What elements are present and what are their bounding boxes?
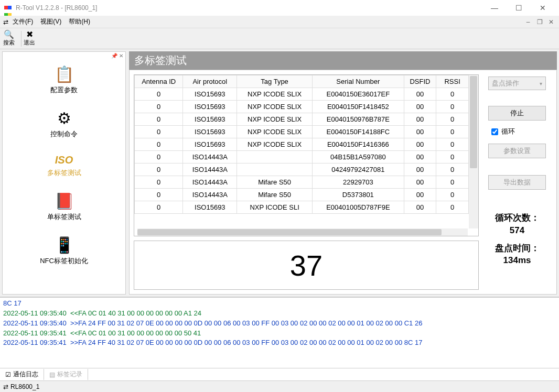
doc-icon: ⇄ <box>3 383 8 390</box>
sidebar-item-multitag[interactable]: ISO 多标签测试 <box>47 155 81 178</box>
log-tab-comm[interactable]: ☑通信日志 <box>0 369 44 380</box>
horizontal-scrollbar[interactable] <box>137 228 468 236</box>
tag-table: Antenna IDAir protocolTag TypeSerial Num… <box>134 75 469 214</box>
app-logo-icon <box>4 4 13 12</box>
toolbar-search[interactable]: 🔍 搜索 <box>3 30 15 47</box>
book-icon: 📕 <box>55 193 74 209</box>
gear-icon: ⚙ <box>57 111 71 126</box>
table-row[interactable]: 0ISO14443A04B15B1A597080000 <box>135 151 469 164</box>
table-header[interactable]: RSSI <box>436 75 469 88</box>
sidebar-item-config[interactable]: 📋 配置参数 <box>50 67 78 95</box>
menu-help[interactable]: 帮助(H) <box>69 17 90 26</box>
log-tab-tag[interactable]: ▤标签记录 <box>44 369 88 380</box>
status-bar: ⇄ RL8600_1 <box>0 380 559 392</box>
table-header[interactable]: Serial Number <box>313 75 404 88</box>
mdi-close-button[interactable]: ✕ <box>546 17 556 27</box>
log-content[interactable]: 8C 172022-05-11 09:35:40 <<FA 0C 01 40 3… <box>0 298 559 368</box>
toolbar: 🔍 搜索 ✖ 退出 <box>0 28 559 49</box>
title-bar: R-Tool V1.2.2.8 - [RL8600_1] ― ☐ ✕ <box>0 0 559 16</box>
loop-count-label: 循环次数： <box>495 212 540 224</box>
table-row[interactable]: 0ISO15693NXP ICODE SLIXE0040150F14188FC0… <box>135 126 469 138</box>
loop-count-value: 574 <box>495 224 540 237</box>
stop-button[interactable]: 停止 <box>488 106 546 121</box>
table-row[interactable]: 0ISO14443A04249792427081000 <box>135 164 469 176</box>
mode-select[interactable]: 盘点操作▾ <box>488 77 546 90</box>
sidebar-item-singletag[interactable]: 📕 单标签测试 <box>47 193 81 222</box>
menu-app-icon: ⇄ <box>3 18 8 26</box>
table-header[interactable]: Antenna ID <box>135 75 183 88</box>
log-panel: 8C 172022-05-11 09:35:40 <<FA 0C 01 40 3… <box>0 297 559 380</box>
table-row[interactable]: 0ISO15693NXP ICODE SLIXE0040150976B787E0… <box>135 113 469 126</box>
page-title: 多标签测试 <box>129 51 557 70</box>
search-icon: 🔍 <box>4 30 14 39</box>
checklist-icon: ☑ <box>5 371 11 378</box>
toolbar-exit[interactable]: ✖ 退出 <box>24 30 35 47</box>
table-header[interactable]: Tag Type <box>237 75 313 88</box>
menu-bar: ⇄ 文件(F) 视图(V) 帮助(H) – ❐ ✕ <box>0 16 559 28</box>
table-row[interactable]: 0ISO14443AMifare S5022929703000 <box>135 176 469 189</box>
controls-panel: 盘点操作▾ 停止 循环 参数设置 导出数据 循环次数： 574 盘点时间： 13… <box>483 70 556 294</box>
inventory-time-label: 盘点时间： <box>495 242 540 255</box>
pin-icon[interactable]: 📌 ✕ <box>111 53 123 59</box>
mdi-minimize-button[interactable]: – <box>523 17 533 27</box>
loop-checkbox[interactable]: 循环 <box>491 127 515 136</box>
sidebar: 📌 ✕ 📋 配置参数 ⚙ 控制命令 ISO 多标签测试 📕 单标签测试 📱 NF… <box>2 51 126 295</box>
close-button[interactable]: ✕ <box>531 0 555 16</box>
close-icon: ✖ <box>26 30 33 39</box>
params-button[interactable]: 参数设置 <box>488 144 546 158</box>
phone-icon: 📱 <box>55 237 74 253</box>
table-header[interactable]: Air protocol <box>183 75 237 88</box>
list-icon: ▤ <box>49 371 55 378</box>
clipboard-icon: 📋 <box>55 67 74 82</box>
menu-file[interactable]: 文件(F) <box>13 17 33 26</box>
sidebar-item-nfcinit[interactable]: 📱 NFC标签初始化 <box>40 237 88 266</box>
toolbar-separator <box>21 31 22 47</box>
table-row[interactable]: 0ISO15693NXP ICODE SLIXE0040150E36017EF0… <box>135 88 469 101</box>
status-doc-tab[interactable]: ⇄ RL8600_1 <box>3 383 39 390</box>
inventory-time-value: 134ms <box>495 254 540 267</box>
vertical-scrollbar[interactable] <box>469 75 478 228</box>
minimize-button[interactable]: ― <box>482 0 507 16</box>
table-row[interactable]: 0ISO14443AMifare S50D5373801000 <box>135 189 469 201</box>
export-button[interactable]: 导出数据 <box>488 175 546 190</box>
tag-count-display: 37 <box>134 241 479 290</box>
window-title: R-Tool V1.2.2.8 - [RL8600_1] <box>16 4 97 12</box>
iso-icon: ISO <box>55 155 73 165</box>
maximize-button[interactable]: ☐ <box>507 0 531 16</box>
tag-table-wrap: Antenna IDAir protocolTag TypeSerial Num… <box>134 74 479 236</box>
mdi-restore-button[interactable]: ❐ <box>535 17 544 27</box>
menu-view[interactable]: 视图(V) <box>40 17 61 26</box>
table-row[interactable]: 0ISO15693NXP ICODE SLIE00401005D787F9E00… <box>135 201 469 214</box>
sidebar-item-control[interactable]: ⚙ 控制命令 <box>50 111 78 139</box>
table-row[interactable]: 0ISO15693NXP ICODE SLIXE0040150F14184520… <box>135 101 469 113</box>
table-row[interactable]: 0ISO15693NXP ICODE SLIXE0040150F14163660… <box>135 138 469 151</box>
chevron-down-icon: ▾ <box>540 81 542 86</box>
table-header[interactable]: DSFID <box>404 75 436 88</box>
